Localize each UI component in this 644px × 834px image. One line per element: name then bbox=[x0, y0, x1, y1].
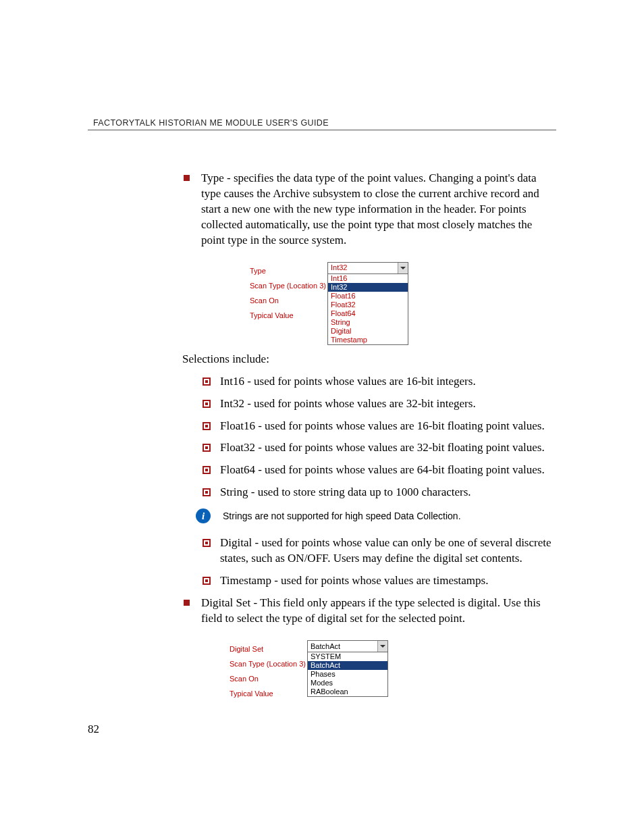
digitalset-dropdown-figure: Digital Set Scan Type (Location 3) Scan … bbox=[230, 640, 556, 701]
sel-float32: Float32 - used for points whose values a… bbox=[201, 440, 556, 456]
fig2-opt-system[interactable]: SYSTEM bbox=[308, 652, 387, 661]
running-header: FACTORYTALK HISTORIAN ME MODULE USER'S G… bbox=[93, 118, 556, 128]
type-bullet-list: Type - specifies the data type of the po… bbox=[182, 171, 556, 249]
header-rule bbox=[88, 130, 556, 130]
selections-list: Int16 - used for points whose values are… bbox=[201, 374, 556, 501]
sel-float64: Float64 - used for points whose values a… bbox=[201, 463, 556, 478]
fig2-selected-value: BatchAct bbox=[311, 642, 340, 652]
fig1-selected-value: Int32 bbox=[331, 263, 347, 273]
chevron-down-icon[interactable] bbox=[398, 263, 408, 273]
fig2-dropdown[interactable]: BatchAct SYSTEM BatchAct Phases Modes RA… bbox=[307, 640, 388, 701]
fig1-dropdown[interactable]: Int32 Int16 Int32 Float16 Float32 Float6… bbox=[327, 262, 408, 345]
fig2-label-scantype: Scan Type (Location 3) bbox=[230, 656, 307, 671]
fig1-opt-float64[interactable]: Float64 bbox=[328, 309, 408, 318]
fig1-selected-box[interactable]: Int32 bbox=[327, 262, 408, 274]
fig2-opt-batchact[interactable]: BatchAct bbox=[308, 661, 387, 670]
fig1-opt-digital[interactable]: Digital bbox=[328, 327, 408, 336]
fig2-opt-raboolean[interactable]: RABoolean bbox=[308, 687, 387, 696]
sel-timestamp: Timestamp - used for points whose values… bbox=[201, 573, 556, 589]
page-number: 82 bbox=[88, 723, 99, 736]
page: FACTORYTALK HISTORIAN ME MODULE USER'S G… bbox=[0, 0, 644, 834]
sel-float16: Float16 - used for points whose values a… bbox=[201, 419, 556, 434]
fig1-opt-float16[interactable]: Float16 bbox=[328, 292, 408, 301]
fig2-labels: Digital Set Scan Type (Location 3) Scan … bbox=[230, 640, 307, 701]
sel-int16: Int16 - used for points whose values are… bbox=[201, 374, 556, 390]
sel-int32: Int32 - used for points whose values are… bbox=[201, 396, 556, 412]
note-row: i Strings are not supported for high spe… bbox=[196, 509, 556, 523]
fig2-opt-modes[interactable]: Modes bbox=[308, 679, 387, 687]
fig1-label-typical: Typical Value bbox=[250, 308, 327, 323]
digitalset-bullet-list: Digital Set - This field only appears if… bbox=[182, 596, 556, 627]
info-icon: i bbox=[196, 509, 211, 523]
fig1-option-list[interactable]: Int16 Int32 Float16 Float32 Float64 Stri… bbox=[327, 274, 408, 345]
fig1-opt-float32[interactable]: Float32 bbox=[328, 301, 408, 309]
fig1-label-type: Type bbox=[250, 263, 327, 278]
fig1-label-scanon: Scan On bbox=[250, 293, 327, 308]
fig2-option-list[interactable]: SYSTEM BatchAct Phases Modes RABoolean bbox=[307, 652, 388, 697]
fig2-opt-phases[interactable]: Phases bbox=[308, 670, 387, 679]
content-area: Type - specifies the data type of the po… bbox=[182, 171, 556, 701]
fig1-opt-string[interactable]: String bbox=[328, 318, 408, 327]
type-dropdown-figure: Type Scan Type (Location 3) Scan On Typi… bbox=[250, 262, 556, 345]
fig1-opt-timestamp[interactable]: Timestamp bbox=[328, 336, 408, 344]
selections-list-2: Digital - used for points whose value ca… bbox=[201, 536, 556, 589]
digitalset-description: Digital Set - This field only appears if… bbox=[182, 596, 556, 627]
fig1-labels: Type Scan Type (Location 3) Scan On Typi… bbox=[250, 262, 327, 345]
note-text: Strings are not supported for high speed… bbox=[223, 510, 461, 523]
fig1-opt-int16[interactable]: Int16 bbox=[328, 274, 408, 283]
fig1-label-scantype: Scan Type (Location 3) bbox=[250, 278, 327, 293]
fig1-opt-int32[interactable]: Int32 bbox=[328, 283, 408, 292]
fig2-label-typical: Typical Value bbox=[230, 686, 307, 701]
sel-digital: Digital - used for points whose value ca… bbox=[201, 536, 556, 567]
fig2-label-digitalset: Digital Set bbox=[230, 642, 307, 656]
fig2-label-scanon: Scan On bbox=[230, 671, 307, 686]
type-description: Type - specifies the data type of the po… bbox=[182, 171, 556, 249]
fig2-selected-box[interactable]: BatchAct bbox=[307, 640, 388, 652]
chevron-down-icon[interactable] bbox=[377, 641, 387, 652]
sel-string: String - used to store string data up to… bbox=[201, 485, 556, 500]
selections-intro: Selections include: bbox=[182, 352, 556, 367]
